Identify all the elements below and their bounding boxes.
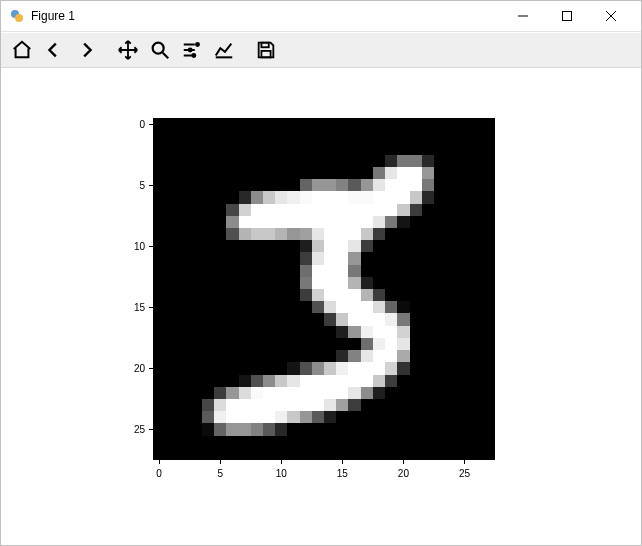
svg-rect-15	[261, 43, 268, 48]
figure-window: Figure 1 0510152025 0510152025	[0, 0, 642, 546]
y-tick-label: 10	[115, 241, 145, 252]
svg-rect-3	[563, 12, 572, 21]
maximize-button[interactable]	[545, 2, 589, 30]
minimize-button[interactable]	[501, 2, 545, 30]
close-button[interactable]	[589, 2, 633, 30]
x-tick-label: 25	[452, 468, 476, 479]
window-controls	[501, 2, 633, 30]
svg-point-6	[153, 43, 164, 54]
svg-point-11	[196, 43, 199, 46]
x-tick-label: 0	[147, 468, 171, 479]
y-tick-label: 0	[115, 119, 145, 130]
svg-rect-16	[261, 51, 270, 57]
svg-line-7	[163, 53, 169, 59]
y-tick-label: 25	[115, 424, 145, 435]
axes-button[interactable]	[209, 35, 239, 65]
x-tick-label: 20	[391, 468, 415, 479]
y-tick-label: 5	[115, 180, 145, 191]
pan-button[interactable]	[113, 35, 143, 65]
titlebar: Figure 1	[1, 1, 641, 32]
back-button[interactable]	[39, 35, 69, 65]
zoom-button[interactable]	[145, 35, 175, 65]
save-button[interactable]	[251, 35, 281, 65]
x-tick-label: 5	[208, 468, 232, 479]
svg-line-5	[606, 11, 616, 21]
svg-point-1	[15, 14, 23, 22]
app-icon	[9, 8, 25, 24]
svg-line-4	[606, 11, 616, 21]
subplots-button[interactable]	[177, 35, 207, 65]
svg-point-12	[189, 49, 192, 52]
figure-canvas[interactable]: 0510152025 0510152025	[1, 68, 641, 545]
y-tick-label: 20	[115, 363, 145, 374]
heatmap-image	[153, 118, 495, 460]
home-button[interactable]	[7, 35, 37, 65]
forward-button[interactable]	[71, 35, 101, 65]
svg-point-13	[192, 54, 195, 57]
x-tick-label: 15	[330, 468, 354, 479]
mpl-toolbar	[1, 32, 641, 68]
axes: 0510152025 0510152025	[153, 118, 495, 460]
y-tick-label: 15	[115, 302, 145, 313]
x-tick-label: 10	[269, 468, 293, 479]
window-title: Figure 1	[31, 9, 501, 23]
